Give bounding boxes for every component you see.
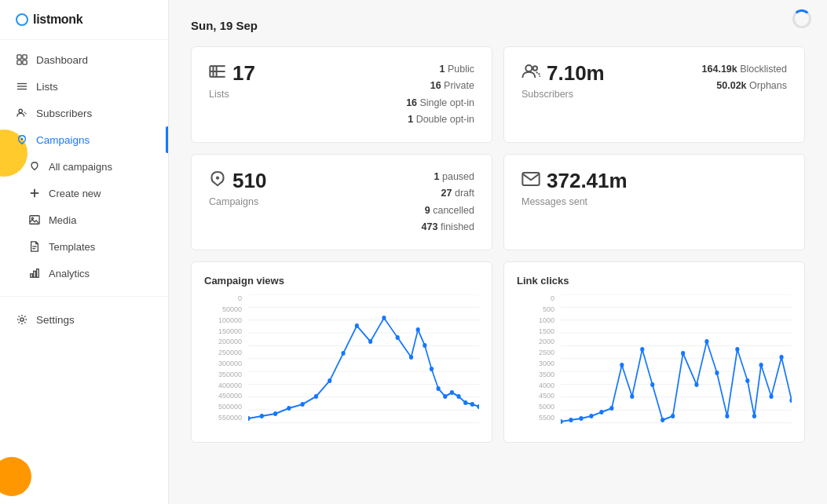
svg-point-47 bbox=[341, 351, 345, 356]
campaigns-count: 510 bbox=[232, 169, 266, 193]
stats-row-1: 17 Lists 1 Public 16 Private 16 Single o… bbox=[191, 46, 805, 143]
logo-text: listmonk bbox=[33, 13, 82, 27]
chart-card-clicks: Link clicks 5500 5000 4500 4000 3500 300… bbox=[503, 261, 805, 443]
svg-point-54 bbox=[423, 343, 426, 348]
stat-card-subscribers: 7.10m Subscribers 164.19k Blocklisted 50… bbox=[503, 46, 805, 143]
rocket-icon bbox=[16, 133, 28, 146]
list-stat-icon bbox=[209, 63, 226, 84]
sidebar-item-settings[interactable]: Settings bbox=[0, 306, 168, 333]
svg-point-52 bbox=[409, 355, 413, 360]
svg-point-60 bbox=[463, 400, 467, 405]
svg-point-86 bbox=[681, 351, 685, 356]
svg-point-53 bbox=[416, 327, 420, 332]
lists-label: Lists bbox=[209, 89, 392, 100]
nav-top: Dashboard Lists Subscribers bbox=[0, 40, 168, 293]
svg-point-85 bbox=[671, 414, 675, 418]
list-icon bbox=[16, 80, 28, 93]
svg-rect-15 bbox=[31, 274, 33, 277]
svg-point-79 bbox=[609, 406, 613, 411]
svg-point-7 bbox=[19, 109, 22, 112]
rocket-small-icon bbox=[28, 160, 41, 173]
rocket-stat-icon bbox=[209, 170, 226, 192]
sidebar-item-campaigns[interactable]: Campaigns bbox=[0, 126, 168, 153]
svg-point-26 bbox=[533, 66, 537, 70]
sidebar: listmonk Dashboard Lists bbox=[0, 0, 169, 504]
sidebar-item-all-campaigns[interactable]: All campaigns bbox=[0, 153, 168, 180]
image-icon bbox=[28, 214, 41, 226]
stat-value-campaigns: 510 bbox=[209, 169, 408, 193]
chart-views-area: 550000 500000 450000 400000 350000 30000… bbox=[204, 294, 479, 436]
svg-point-40 bbox=[248, 416, 251, 421]
svg-point-89 bbox=[715, 371, 719, 375]
main-content: Sun, 19 Sep 17 Lists 1 Pu bbox=[169, 0, 827, 504]
cancelled-num: 9 bbox=[425, 205, 430, 216]
stat-details-subscribers: 164.19k Blocklisted 50.02k Orphans bbox=[702, 61, 787, 95]
svg-point-95 bbox=[769, 394, 773, 399]
sidebar-item-media[interactable]: Media bbox=[0, 206, 168, 233]
finished-num: 473 bbox=[422, 221, 438, 232]
svg-point-92 bbox=[745, 378, 749, 383]
blocklisted-num: 164.19k bbox=[702, 64, 737, 75]
svg-rect-2 bbox=[17, 60, 21, 64]
svg-point-27 bbox=[216, 177, 219, 180]
svg-point-94 bbox=[759, 363, 763, 367]
svg-point-43 bbox=[287, 406, 291, 411]
stat-value-subscribers: 7.10m bbox=[521, 61, 688, 86]
svg-point-56 bbox=[437, 386, 441, 391]
stat-value-messages: 372.41m bbox=[521, 169, 773, 193]
svg-rect-16 bbox=[34, 271, 36, 277]
loading-spinner bbox=[792, 9, 811, 28]
logo-icon bbox=[16, 13, 28, 26]
sidebar-item-analytics[interactable]: Analytics bbox=[0, 260, 168, 287]
sidebar-item-subscribers-label: Subscribers bbox=[36, 108, 92, 119]
subscribers-label: Subscribers bbox=[521, 89, 688, 100]
svg-point-18 bbox=[20, 318, 24, 321]
svg-point-41 bbox=[260, 414, 264, 418]
svg-point-49 bbox=[368, 339, 372, 344]
sidebar-item-lists[interactable]: Lists bbox=[0, 73, 168, 100]
chart-card-views: Campaign views 550000 500000 450000 4000… bbox=[191, 261, 492, 443]
create-new-label: Create new bbox=[49, 188, 101, 199]
svg-point-82 bbox=[640, 347, 644, 352]
stat-main-messages: 372.41m Messages sent bbox=[521, 169, 773, 207]
svg-rect-17 bbox=[37, 269, 39, 278]
svg-point-97 bbox=[789, 398, 792, 403]
svg-point-87 bbox=[694, 382, 698, 387]
settings-label: Settings bbox=[36, 314, 75, 326]
sidebar-item-subscribers[interactable]: Subscribers bbox=[0, 100, 168, 126]
svg-point-55 bbox=[430, 367, 434, 371]
all-campaigns-label: All campaigns bbox=[49, 161, 112, 173]
sidebar-item-create-new[interactable]: Create new bbox=[0, 180, 168, 206]
grid-icon bbox=[16, 53, 28, 66]
stat-details-lists: 1 Public 16 Private 16 Single opt-in 1 D… bbox=[406, 61, 474, 128]
analytics-label: Analytics bbox=[49, 268, 90, 279]
users-icon bbox=[16, 107, 28, 119]
chart-clicks-svg-wrapper bbox=[561, 294, 792, 436]
stat-card-lists: 17 Lists 1 Public 16 Private 16 Single o… bbox=[191, 46, 492, 143]
svg-point-96 bbox=[779, 355, 783, 360]
svg-point-58 bbox=[450, 390, 454, 395]
svg-rect-0 bbox=[17, 55, 21, 59]
sidebar-item-dashboard[interactable]: Dashboard bbox=[0, 46, 168, 73]
chart-clicks-title: Link clicks bbox=[517, 275, 792, 287]
plus-icon bbox=[28, 187, 41, 199]
sidebar-item-campaigns-label: Campaigns bbox=[36, 134, 90, 146]
sidebar-item-templates[interactable]: Templates bbox=[0, 233, 168, 260]
stat-main-subscribers: 7.10m Subscribers bbox=[521, 61, 688, 100]
stat-main-lists: 17 Lists bbox=[209, 61, 392, 100]
svg-point-42 bbox=[273, 411, 277, 416]
svg-point-59 bbox=[456, 394, 460, 399]
chart-views-y-axis: 550000 500000 450000 400000 350000 30000… bbox=[204, 294, 245, 422]
messages-count: 372.41m bbox=[547, 169, 628, 193]
sidebar-decoration-bottom bbox=[0, 457, 31, 496]
sidebar-item-lists-label: Lists bbox=[36, 81, 58, 93]
stat-value-lists: 17 bbox=[209, 61, 392, 86]
svg-point-8 bbox=[21, 138, 24, 141]
file-icon bbox=[28, 240, 41, 253]
svg-point-78 bbox=[599, 410, 603, 415]
logo-area: listmonk bbox=[0, 0, 168, 40]
stat-main-campaigns: 510 Campaigns bbox=[209, 169, 408, 207]
bar-chart-icon bbox=[28, 267, 41, 279]
lists-double-optin-num: 1 bbox=[408, 114, 413, 125]
stats-row-2: 510 Campaigns 1 paused 27 draft 9 cancel… bbox=[191, 154, 805, 250]
